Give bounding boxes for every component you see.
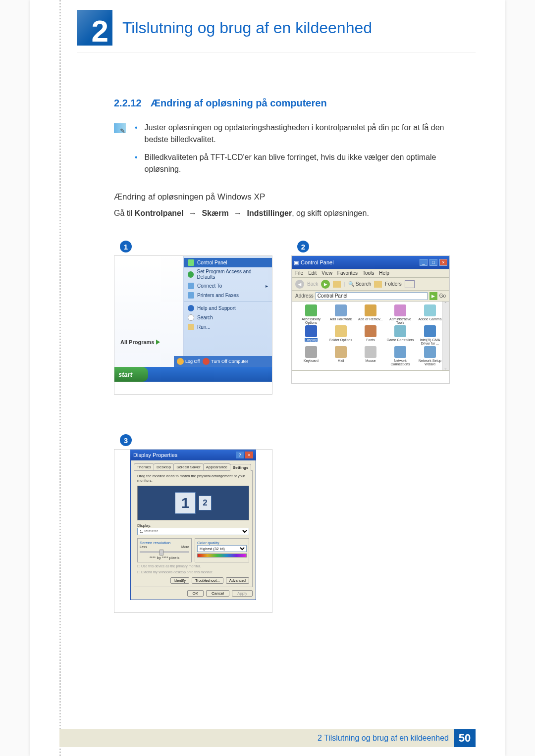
menu-edit[interactable]: Edit <box>308 270 317 276</box>
resolution-value: **** by **** pixels <box>140 555 189 560</box>
start-button[interactable]: start <box>114 367 148 382</box>
up-button[interactable] <box>333 281 341 288</box>
menu-item-run[interactable]: Run... <box>187 322 269 332</box>
applet-icon <box>424 346 436 358</box>
menu-tools[interactable]: Tools <box>363 270 374 276</box>
page-number: 50 <box>454 729 476 747</box>
window-title: Display Properties <box>133 452 177 458</box>
all-programs-item[interactable]: All Programs <box>120 339 160 345</box>
close-button[interactable]: × <box>245 452 253 458</box>
checkbox-primary-monitor[interactable]: ☐ Use this device as the primary monitor… <box>137 564 249 568</box>
tab-bar: Themes Desktop Screen Saver Appearance S… <box>134 463 253 470</box>
minimize-button[interactable]: _ <box>420 259 428 266</box>
color-quality-label: Color quality <box>197 541 247 545</box>
logoff-icon <box>177 358 184 365</box>
tab-settings[interactable]: Settings <box>230 464 252 471</box>
display-select[interactable]: 1. ********* <box>137 528 249 535</box>
cp-icon-mail[interactable]: Mail <box>327 346 355 366</box>
cp-icon-add-hardware[interactable]: Add Hardware <box>327 304 355 324</box>
window-title-bar: Display Properties ? × <box>130 450 256 460</box>
turnoff-button[interactable]: Turn Off Computer <box>203 358 248 365</box>
menu-item-control-panel[interactable]: Control Panel <box>184 258 272 267</box>
applet-label: Network Setup Wizard <box>416 359 444 366</box>
advanced-button[interactable]: Advanced <box>226 577 249 584</box>
applet-icon <box>305 325 317 337</box>
close-button[interactable]: × <box>439 259 447 266</box>
chapter-number-badge: 2 <box>77 10 112 46</box>
cp-icon-administrative-tools[interactable]: Administrative Tools <box>386 304 414 324</box>
logoff-button[interactable]: Log Off <box>177 358 200 365</box>
menu-item-connect-to[interactable]: Connect To▸ <box>187 281 269 291</box>
cp-icon-keyboard[interactable]: Keyboard <box>297 346 325 366</box>
scrollbar[interactable] <box>442 302 449 370</box>
search-button[interactable]: 🔍 Search <box>348 281 371 287</box>
ok-button[interactable]: OK <box>187 590 204 597</box>
cp-icon-fonts[interactable]: Fonts <box>357 325 384 345</box>
start-menu-left-panel: All Programs <box>114 256 184 367</box>
go-button[interactable]: ▶ <box>429 292 437 300</box>
monitor-1-icon[interactable]: 1 <box>175 492 196 514</box>
cp-icon-display[interactable]: Display <box>297 325 325 345</box>
color-quality-select[interactable]: Highest (32 bit) <box>197 545 247 552</box>
menu-view[interactable]: View <box>321 270 332 276</box>
applet-icon <box>335 325 347 337</box>
cancel-button[interactable]: Cancel <box>206 590 229 597</box>
folders-button[interactable]: Folders <box>385 281 401 287</box>
tab-screensaver[interactable]: Screen Saver <box>173 463 203 470</box>
checkbox-extend-desktop[interactable]: ☐ Extend my Windows desktop onto this mo… <box>137 570 249 574</box>
menu-file[interactable]: File <box>295 270 303 276</box>
monitor-2-icon[interactable]: 2 <box>199 496 212 510</box>
help-button[interactable]: ? <box>236 452 244 458</box>
troubleshoot-button[interactable]: Troubleshoot... <box>192 577 223 584</box>
applet-icon <box>424 304 436 316</box>
maximize-button[interactable]: □ <box>429 259 437 266</box>
applet-label: Game Controllers <box>386 338 414 342</box>
cp-icon-intel-r-gma-driver-for[interactable]: Intel(R) GMA Driver for ... <box>416 325 444 345</box>
cp-icon-network-connections[interactable]: Network Connections <box>386 346 414 366</box>
cp-icon-network-setup-wizard[interactable]: Network Setup Wizard <box>416 346 444 366</box>
applet-icon <box>365 304 376 316</box>
applet-icon <box>424 325 436 337</box>
folders-icon <box>374 281 382 288</box>
cp-icon-add-or-remov[interactable]: Add or Remov... <box>357 304 384 324</box>
address-label: Address <box>295 293 314 299</box>
applet-label: Adobe Gamma <box>416 317 444 321</box>
menu-favorites[interactable]: Favorites <box>337 270 358 276</box>
address-input[interactable] <box>316 292 428 300</box>
page-margin-strip <box>59 0 61 756</box>
footer-text: 2 Tilslutning og brug af en kildeenhed <box>318 734 449 743</box>
tab-desktop[interactable]: Desktop <box>154 463 174 470</box>
help-icon <box>188 305 194 311</box>
resolution-slider[interactable] <box>140 551 189 553</box>
menu-item-search[interactable]: Search <box>187 313 269 322</box>
window-icon: ▣ <box>294 259 299 266</box>
menu-item-help[interactable]: Help and Support <box>187 303 269 313</box>
applet-icon <box>394 346 406 358</box>
back-label: Back <box>307 281 318 287</box>
run-icon <box>188 324 194 330</box>
submenu-arrow-icon: ▸ <box>266 283 268 289</box>
cp-icon-adobe-gamma[interactable]: Adobe Gamma <box>416 304 444 324</box>
color-quality-group: Color quality Highest (32 bit) <box>195 538 249 562</box>
applet-icon <box>365 346 376 358</box>
menu-help[interactable]: Help <box>379 270 389 276</box>
tab-appearance[interactable]: Appearance <box>203 463 230 470</box>
chapter-title: Tilslutning og brug af en kildeenhed <box>122 19 372 37</box>
apply-button[interactable]: Apply <box>232 590 253 597</box>
screenshot-start-menu: All Programs Control Panel Set Program A… <box>114 255 272 395</box>
arrow-icon: → <box>234 209 242 217</box>
cp-icon-folder-options[interactable]: Folder Options <box>327 325 355 345</box>
cp-icon-game-controllers[interactable]: Game Controllers <box>386 325 414 345</box>
cp-icon-mouse[interactable]: Mouse <box>357 346 384 366</box>
identify-button[interactable]: Identify <box>170 577 189 584</box>
monitor-arrangement[interactable]: 1 2 <box>137 486 249 520</box>
tab-themes[interactable]: Themes <box>134 463 154 470</box>
menu-item-printers[interactable]: Printers and Faxes <box>187 291 269 300</box>
forward-button[interactable]: ► <box>321 280 330 289</box>
menu-item-program-access[interactable]: Set Program Access and Defaults <box>187 267 269 281</box>
applet-label: Intel(R) GMA Driver for ... <box>416 338 444 345</box>
views-button[interactable] <box>405 280 415 288</box>
cp-icon-accessibility-options[interactable]: Accessibility Options <box>297 304 325 324</box>
display-label: Display: <box>137 523 249 528</box>
back-button[interactable]: ◄ <box>295 280 304 289</box>
